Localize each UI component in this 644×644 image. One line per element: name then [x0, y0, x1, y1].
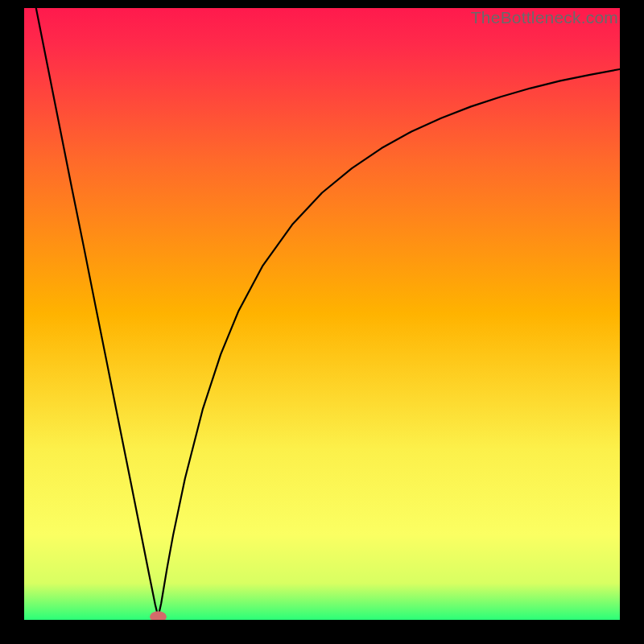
gradient-bg [24, 8, 620, 620]
watermark-text: TheBottleneck.com [471, 8, 618, 27]
plot-svg [24, 8, 620, 620]
chart-outer: TheBottleneck.com [0, 0, 644, 644]
plot-area [24, 8, 620, 620]
